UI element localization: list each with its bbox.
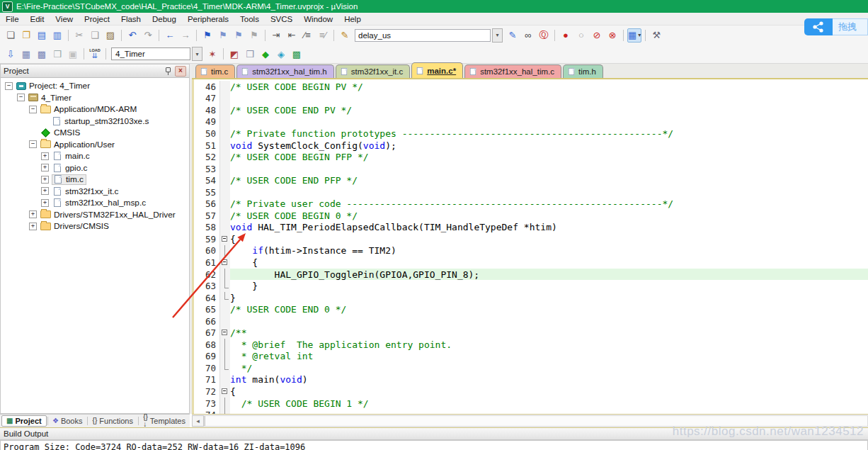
build-button[interactable]: ▦ <box>19 47 33 61</box>
pack-installer-button[interactable]: ▩ <box>290 47 304 61</box>
code-editor[interactable]: 46/* USER CODE BEGIN PV */4748/* USER CO… <box>192 79 868 414</box>
save-all-button[interactable]: ▥ <box>50 28 64 43</box>
tree-node[interactable]: stm32f1xx_it.c <box>52 186 120 196</box>
tree-item-stm32f1xx-it-c[interactable]: +stm32f1xx_it.c <box>1 186 189 198</box>
menu-help[interactable]: Help <box>338 13 367 25</box>
target-select-dropdown-button[interactable]: ▾ <box>192 47 202 61</box>
tree-item-startup-stm32f103xe-s[interactable]: startup_stm32f103xe.s <box>1 116 189 128</box>
tree-node[interactable]: Drivers/STM32F1xx_HAL_Driver <box>40 209 178 220</box>
configure-button[interactable]: ⚒ <box>649 28 663 43</box>
find-in-files-button[interactable]: ✎ <box>506 28 520 43</box>
tree-item-application-user[interactable]: −Application/User <box>1 139 189 151</box>
tree-node[interactable]: CMSIS <box>39 128 82 138</box>
expand-icon[interactable]: + <box>29 210 37 218</box>
tree-node[interactable]: main.c <box>52 151 92 162</box>
redo-button[interactable]: ↷ <box>141 28 155 43</box>
paste-button[interactable]: ▨ <box>103 28 118 43</box>
tree-node[interactable]: Application/MDK-ARM <box>40 104 139 115</box>
fold-margin[interactable] <box>219 386 230 398</box>
fold-margin[interactable] <box>219 257 230 269</box>
tree-item-tim-c[interactable]: +tim.c <box>1 174 189 186</box>
expand-icon[interactable]: + <box>41 187 49 195</box>
find-combo-dropdown-button[interactable]: ▾ <box>492 28 503 43</box>
tree-node[interactable]: Drivers/CMSIS <box>40 221 111 232</box>
options-for-target-button[interactable]: ✶ <box>205 47 219 61</box>
tab-stm32f1xx-it-c[interactable]: stm32f1xx_it.c <box>336 64 411 78</box>
save-button[interactable]: ▤ <box>35 28 49 43</box>
tree-item-cmsis[interactable]: CMSIS <box>1 127 189 139</box>
target-select-value[interactable]: 4_Timer <box>111 47 190 60</box>
incremental-find-button[interactable]: Ⓠ <box>537 28 551 43</box>
expand-icon[interactable]: + <box>41 199 49 207</box>
manage-books-button[interactable]: ❒ <box>243 47 257 61</box>
toggle-bookmark-button[interactable]: ⚑ <box>200 28 215 43</box>
scroll-left-button[interactable]: ◂ <box>192 415 204 427</box>
indent-left-button[interactable]: ⇤ <box>285 28 299 43</box>
tree-item-main-c[interactable]: +main.c <box>1 150 189 162</box>
find-in-files-folder-button[interactable]: ✎ <box>338 28 352 43</box>
tree-node[interactable]: startup_stm32f103xe.s <box>51 116 151 126</box>
close-panel-icon[interactable]: × <box>175 66 186 77</box>
scrollbar-thumb[interactable] <box>205 416 205 426</box>
tree-item-drivers-stm32f1xx-hal-driver[interactable]: +Drivers/STM32F1xx_HAL_Driver <box>1 209 189 221</box>
disable-all-breakpoints-button[interactable]: ⊘ <box>590 28 604 43</box>
undo-button[interactable]: ↶ <box>125 28 139 43</box>
menu-edit[interactable]: Edit <box>25 13 50 25</box>
tree-item-4-timer[interactable]: −4_Timer <box>1 92 189 104</box>
copy-button[interactable]: ❑ <box>88 28 102 43</box>
collapse-icon[interactable]: − <box>5 82 13 90</box>
bottom-tab-books[interactable]: ❖Books <box>48 415 87 427</box>
tab-stm32f1xx-hal-tim-c[interactable]: stm32f1xx_hal_tim.c <box>464 64 561 78</box>
tree-item-drivers-cmsis[interactable]: +Drivers/CMSIS <box>1 220 189 232</box>
select-software-packs-button[interactable]: ◈ <box>274 47 288 61</box>
tree-node[interactable]: 4_Timer <box>28 92 74 103</box>
kill-all-breakpoints-button[interactable]: ⊗ <box>605 28 619 43</box>
menu-view[interactable]: View <box>50 13 79 25</box>
find-button[interactable]: ∞ <box>521 28 535 43</box>
menu-debug[interactable]: Debug <box>147 13 182 25</box>
tab-tim-c[interactable]: tim.c <box>195 64 235 78</box>
rebuild-button[interactable]: ▩ <box>35 47 49 61</box>
clear-bookmarks-button[interactable]: ⚑ <box>247 28 261 43</box>
menu-project[interactable]: Project <box>79 13 115 25</box>
tab-stm32f1xx-hal-tim-h[interactable]: stm32f1xx_hal_tim.h <box>236 64 333 78</box>
tab-main-c[interactable]: main.c* <box>411 62 463 78</box>
comment-button[interactable]: ∕≡ <box>300 28 314 43</box>
bottom-tab-project[interactable]: ▦Project <box>1 415 47 427</box>
tree-node[interactable]: Project: 4_Timer <box>16 81 92 91</box>
new-file-button[interactable]: ❏ <box>4 28 18 43</box>
tree-item-gpio-c[interactable]: +gpio.c <box>1 162 189 174</box>
menu-window[interactable]: Window <box>298 13 338 25</box>
tree-node[interactable]: gpio.c <box>52 162 89 173</box>
menu-svcs[interactable]: SVCS <box>265 13 298 25</box>
fold-margin[interactable] <box>219 233 230 245</box>
manage-rte-button[interactable]: ◆ <box>258 47 273 61</box>
navigate-forward-button[interactable]: → <box>178 28 193 43</box>
bottom-tab-functions[interactable]: {}Functions <box>88 415 137 427</box>
current-editor-window-button[interactable]: ▦▾ <box>627 28 641 43</box>
navigate-back-button[interactable]: ← <box>163 28 177 43</box>
manage-project-items-button[interactable]: ◩ <box>227 47 241 61</box>
collapse-icon[interactable]: − <box>29 140 37 148</box>
uncomment-button[interactable]: ≡∕ <box>316 28 330 43</box>
collapse-icon[interactable]: − <box>29 106 37 113</box>
tree-node[interactable]: Application/User <box>40 139 117 150</box>
prev-bookmark-button[interactable]: ⚑ <box>232 28 246 43</box>
next-bookmark-button[interactable]: ⚑ <box>216 28 230 43</box>
cut-button[interactable]: ✂ <box>72 28 86 43</box>
menu-peripherals[interactable]: Peripherals <box>182 13 234 25</box>
pin-icon[interactable] <box>164 67 171 75</box>
find-text-input[interactable] <box>355 29 491 42</box>
fold-margin[interactable] <box>219 327 230 339</box>
tree-node[interactable]: tim.c <box>52 174 86 185</box>
open-file-button[interactable]: ❐ <box>19 28 33 43</box>
tree-item-project-4-timer[interactable]: −Project: 4_Timer <box>1 80 189 92</box>
tree-item-stm32f1xx-hal-msp-c[interactable]: +stm32f1xx_hal_msp.c <box>1 197 189 209</box>
download-button[interactable]: LOAD⇊ <box>88 47 102 61</box>
menu-file[interactable]: File <box>0 13 25 25</box>
toggle-breakpoint-button[interactable]: ● <box>559 28 573 43</box>
expand-icon[interactable]: + <box>29 223 37 230</box>
menu-flash[interactable]: Flash <box>115 13 147 25</box>
indent-right-button[interactable]: ⇥ <box>269 28 283 43</box>
disable-breakpoint-button[interactable]: ○ <box>574 28 588 43</box>
